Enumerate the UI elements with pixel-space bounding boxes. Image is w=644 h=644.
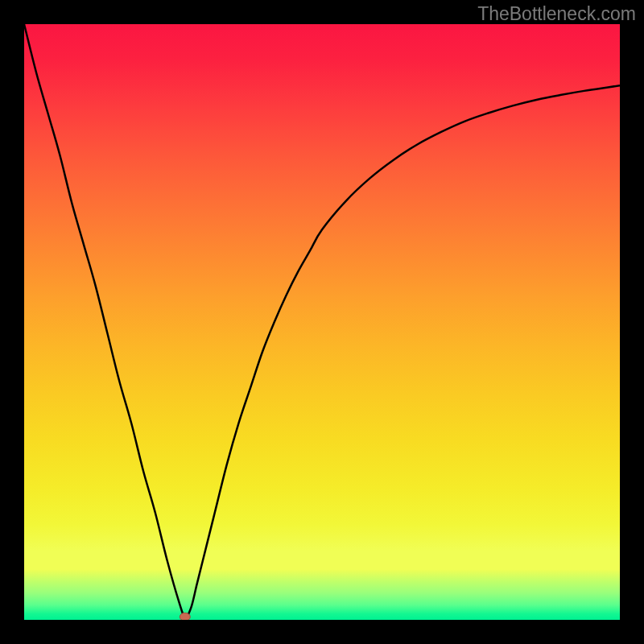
minimum-marker [180, 613, 190, 620]
attribution-text: TheBottleneck.com [477, 3, 636, 25]
chart-svg [24, 24, 620, 620]
bottleneck-curve [24, 24, 620, 617]
plot-area [24, 24, 620, 620]
chart-frame: TheBottleneck.com [0, 0, 644, 644]
